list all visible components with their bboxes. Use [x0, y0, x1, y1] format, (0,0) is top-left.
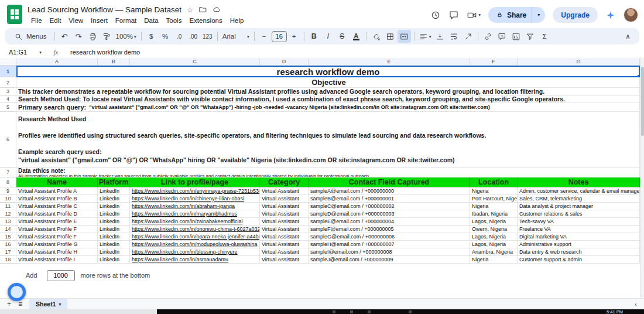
add-rows-button[interactable]: Add — [22, 271, 41, 280]
cell-category[interactable]: Virtual Assistant — [260, 187, 309, 195]
menu-file[interactable]: File — [28, 16, 46, 25]
add-sheet-icon[interactable]: + — [7, 301, 11, 308]
share-dropdown-button[interactable]: ▾ — [532, 7, 545, 23]
cell-profile-link[interactable]: https://www.linkedin.com/in/asmauadamu — [130, 256, 260, 264]
header-notes[interactable]: Notes — [518, 178, 640, 187]
cell-platform[interactable]: LinkedIn — [98, 195, 130, 203]
cell-a7-data-ethics[interactable]: Data ethics note: All information collec… — [16, 168, 640, 178]
cell-name[interactable]: Virtual Assistant Profile E — [16, 218, 98, 226]
column-header-e[interactable]: E — [309, 58, 470, 66]
cell-notes[interactable]: Freelance VA — [518, 226, 640, 233]
horizontal-align-button[interactable]: ▾ — [417, 30, 433, 43]
row-header[interactable]: 15 — [0, 233, 16, 241]
cell-profile-link[interactable]: https://www.linkedin.com/in/chinenye-lil… — [130, 195, 260, 203]
decrease-font-size-button[interactable]: − — [258, 30, 271, 43]
header-location[interactable]: Location — [470, 178, 518, 187]
cell-platform[interactable]: LinkedIn — [98, 226, 130, 233]
sheet-tab-sheet1[interactable]: Sheet1 ▾ — [29, 299, 67, 310]
cell-name[interactable]: Virtual Assistant Profile A — [16, 187, 98, 195]
meet-camera-icon[interactable]: ▾ — [467, 10, 481, 21]
menu-view[interactable]: View — [65, 16, 87, 25]
cell-notes[interactable]: Data analyst & project manager — [518, 203, 640, 210]
decrease-decimal-button[interactable]: .0 — [173, 30, 186, 43]
all-sheets-icon[interactable]: ≡ — [18, 301, 22, 308]
cell-profile-link[interactable]: https://www.linkedin.com/in/maryambhadmu… — [130, 210, 260, 218]
collapse-toolbar-button[interactable]: ∧ — [621, 30, 635, 43]
formula-input[interactable]: research workflow demo — [66, 49, 644, 56]
cell-contact[interactable]: sampleI@email.com / +000000008 — [309, 248, 470, 256]
cell-notes[interactable]: Administrative support — [518, 241, 640, 248]
cell-contact[interactable]: sampleD@email.com / +000000003 — [309, 210, 470, 218]
scroll-left-icon[interactable]: ‹ — [635, 301, 637, 308]
taskbar-app-icon[interactable] — [350, 310, 353, 313]
create-filter-button[interactable] — [523, 30, 537, 43]
row-header[interactable]: 11 — [0, 203, 16, 210]
column-header-g[interactable]: G — [518, 58, 640, 66]
cell-notes[interactable]: Admin, customer service, calendar & emai… — [518, 187, 640, 195]
account-avatar[interactable] — [624, 8, 638, 22]
cell-a3-description[interactable]: This tracker demonstrates a repeatable w… — [16, 88, 640, 95]
column-header-b[interactable]: B — [98, 58, 130, 66]
text-wrap-button[interactable] — [447, 30, 461, 43]
header-platform[interactable]: Platform — [98, 178, 130, 187]
cell-contact[interactable]: sampleB@email.com / +000000001 — [309, 195, 470, 203]
cell-contact[interactable]: sampleC@email.com / +000000002 — [309, 203, 470, 210]
cell-profile-link[interactable]: https://www.linkedin.com/in/opara-nneka-… — [130, 233, 260, 241]
select-all-corner[interactable] — [0, 58, 16, 66]
cell-contact[interactable]: sampleH@email.com / +000000007 — [309, 241, 470, 248]
bold-button[interactable]: B — [307, 30, 321, 43]
taskbar-app-icon[interactable] — [333, 310, 335, 313]
move-folder-icon[interactable] — [198, 5, 207, 14]
borders-button[interactable] — [383, 30, 397, 43]
fill-color-button[interactable] — [369, 30, 383, 43]
header-contact[interactable]: Contact Field Captured — [309, 178, 470, 187]
currency-format-button[interactable]: $ — [145, 30, 158, 43]
cell-location[interactable]: Nigeria — [470, 203, 518, 210]
text-rotation-button[interactable] — [461, 30, 475, 43]
cell-platform[interactable]: LinkedIn — [98, 233, 130, 241]
cell-category[interactable]: Virtual Assistant — [260, 256, 309, 264]
cell-location[interactable]: Nigeria — [470, 256, 518, 264]
selection-fill-handle[interactable] — [637, 74, 640, 77]
comment-history-icon[interactable] — [448, 10, 459, 21]
row-header-1[interactable]: 1 — [0, 66, 16, 77]
cell-category[interactable]: Virtual Assistant — [260, 226, 309, 233]
header-name[interactable]: Name — [16, 178, 98, 187]
cell-category[interactable]: Virtual Assistant — [260, 248, 309, 256]
gemini-sparkle-icon[interactable] — [605, 10, 616, 21]
cell-category[interactable]: Virtual Assistant — [260, 203, 309, 210]
zoom-select[interactable]: 100%▾ — [114, 30, 138, 43]
redo-button[interactable]: ↷ — [72, 30, 85, 43]
cell-platform[interactable]: LinkedIn — [98, 203, 130, 210]
cell-profile-link[interactable]: https://www.linkedin.com/in/abraham-igan… — [130, 203, 260, 210]
header-category[interactable]: Category — [260, 178, 309, 187]
cell-category[interactable]: Virtual Assistant — [260, 195, 309, 203]
vertical-scrollbar-thumb[interactable] — [641, 67, 644, 136]
row-header-5[interactable]: 5 — [0, 103, 16, 112]
taskbar-app-icon[interactable] — [409, 310, 412, 313]
row-header-7[interactable]: 7 — [0, 168, 16, 178]
cell-contact[interactable]: sampleF@email.com / +000000005 — [309, 226, 470, 233]
increase-decimal-button[interactable]: .00 — [187, 30, 200, 43]
cell-location[interactable]: Lagos, Nigeria — [470, 241, 518, 248]
sheets-logo-icon[interactable] — [7, 5, 22, 24]
cell-location[interactable]: Anambra, Nigeria — [470, 248, 518, 256]
header-link[interactable]: Link to profile/page — [130, 178, 260, 187]
cloud-status-icon[interactable] — [213, 5, 221, 14]
cell-location[interactable]: Nigeria — [470, 187, 518, 195]
cell-category[interactable]: Virtual Assistant — [260, 241, 309, 248]
cell-name[interactable]: Virtual Assistant Profile B — [16, 195, 98, 203]
row-header-2[interactable]: 2 — [0, 77, 16, 88]
cell-name[interactable]: Virtual Assistant Profile F — [16, 226, 98, 233]
cell-profile-link[interactable]: https://www.linkedin.com/in/enyinnaya-pr… — [130, 187, 260, 195]
cell-notes[interactable]: Sales, CRM, telemarketing — [518, 195, 640, 203]
menu-data[interactable]: Data — [141, 16, 162, 25]
row-header-3[interactable]: 3 — [0, 88, 16, 95]
row-header-8[interactable]: 8 — [0, 178, 16, 187]
cell-notes[interactable]: Tech-savvy VA — [518, 218, 640, 226]
cell-location[interactable]: Owerri, Nigeria — [470, 226, 518, 233]
share-button[interactable]: Share — [488, 7, 532, 23]
row-header[interactable]: 17 — [0, 248, 16, 256]
cell-name[interactable]: Virtual Assistant Profile H — [16, 248, 98, 256]
increase-font-size-button[interactable]: + — [287, 30, 301, 43]
